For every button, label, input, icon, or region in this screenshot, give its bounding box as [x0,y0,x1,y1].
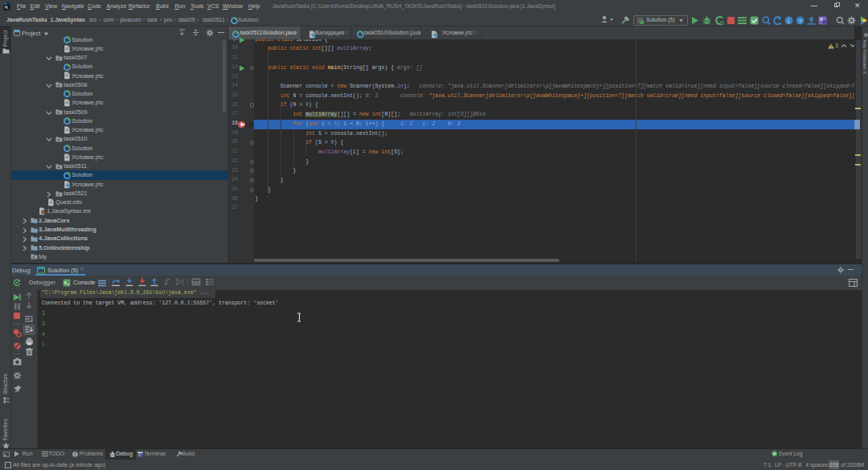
svg-text:?: ? [798,17,802,24]
